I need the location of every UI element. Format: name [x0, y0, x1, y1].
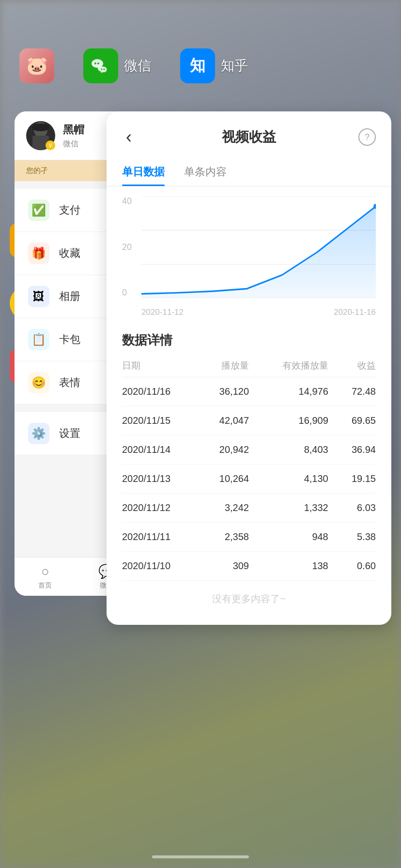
chart-area: 40 20 0 [107, 186, 391, 322]
col-header-valid: 有效播放量 [249, 359, 328, 372]
wallet-icon: 📋 [28, 329, 49, 350]
zhihu-app-icon: 知 [180, 48, 215, 83]
cell-date-2: 2020/11/14 [122, 444, 185, 455]
home-tab-label: 首页 [38, 581, 52, 590]
cell-date-5: 2020/11/11 [122, 531, 185, 542]
cell-earn-4: 6.03 [328, 502, 376, 513]
no-more-text: 没有更多内容了~ [122, 581, 376, 617]
tab-daily[interactable]: 单日数据 [122, 165, 165, 186]
cell-earn-2: 36.94 [328, 444, 376, 455]
cell-earn-5: 5.38 [328, 531, 376, 542]
cell-play-5: 2,358 [185, 531, 249, 542]
app-item-wechat[interactable]: 微信 [83, 48, 151, 83]
album-label: 相册 [59, 289, 80, 304]
table-row: 2020/11/14 20,942 8,403 36.94 [122, 435, 376, 465]
svg-point-3 [101, 69, 103, 70]
table-row: 2020/11/13 10,264 4,130 19.15 [122, 465, 376, 494]
cell-date-3: 2020/11/13 [122, 473, 185, 484]
emoji-icon: 😊 [28, 372, 49, 393]
svg-point-4 [104, 69, 105, 70]
avatar-wrap: V [26, 121, 55, 150]
wechat-app-icon [83, 48, 118, 83]
pig-app-icon: 🐷 [19, 48, 54, 83]
y-label-40: 40 [122, 196, 132, 206]
zhihu-card: ‹ 视频收益 ? 单日数据 单条内容 40 20 0 [107, 111, 391, 625]
cell-play-2: 20,942 [185, 444, 249, 455]
page-title: 视频收益 [222, 128, 276, 146]
pay-icon: ✅ [28, 200, 49, 221]
cell-play-0: 36,120 [185, 386, 249, 397]
svg-point-2 [97, 62, 99, 64]
cell-valid-4: 1,332 [249, 502, 328, 513]
tab-row: 单日数据 单条内容 [107, 155, 391, 186]
cell-play-3: 10,264 [185, 473, 249, 484]
tab-home[interactable]: ○ 首页 [15, 564, 76, 590]
app-item-pig[interactable]: 🐷 [19, 48, 54, 83]
data-section: 数据详情 日期 播放量 有效播放量 收益 2020/11/16 36,120 1… [107, 322, 391, 617]
cell-date-1: 2020/11/15 [122, 415, 185, 426]
cell-earn-6: 0.60 [328, 560, 376, 572]
table-row: 2020/11/12 3,242 1,332 6.03 [122, 494, 376, 523]
cell-date-6: 2020/11/10 [122, 560, 185, 572]
pay-label: 支付 [59, 203, 80, 217]
settings-icon: ⚙️ [28, 423, 49, 444]
vip-badge: V [46, 140, 55, 150]
cell-play-4: 3,242 [185, 502, 249, 513]
x-label-start: 2020-11-12 [141, 308, 184, 317]
chart-x-labels: 2020-11-12 2020-11-16 [141, 308, 376, 317]
wechat-app-label: 微信 [124, 57, 151, 75]
help-button[interactable]: ? [358, 128, 376, 146]
cell-valid-6: 138 [249, 560, 328, 572]
chart-y-labels: 40 20 0 [122, 196, 132, 298]
cell-valid-1: 16,909 [249, 415, 328, 426]
col-header-play: 播放量 [185, 359, 249, 372]
cell-valid-0: 14,976 [249, 386, 328, 397]
cell-date-4: 2020/11/12 [122, 502, 185, 513]
app-item-zhihu[interactable]: 知 知乎 [180, 48, 248, 83]
x-label-end: 2020-11-16 [334, 308, 376, 317]
table-body: 2020/11/16 36,120 14,976 72.48 2020/11/1… [122, 377, 376, 581]
svg-point-7 [32, 124, 49, 131]
table-row: 2020/11/16 36,120 14,976 72.48 [122, 377, 376, 406]
cell-earn-0: 72.48 [328, 386, 376, 397]
emoji-label: 表情 [59, 375, 80, 390]
line-chart [141, 196, 376, 298]
cell-play-6: 309 [185, 560, 249, 572]
y-label-20: 20 [122, 242, 132, 252]
app-switcher-top: 🐷 微信 知 知乎 [0, 48, 401, 83]
col-header-earn: 收益 [328, 359, 376, 372]
table-row: 2020/11/15 42,047 16,909 69.65 [122, 406, 376, 435]
cell-valid-2: 8,403 [249, 444, 328, 455]
zhihu-app-label: 知乎 [221, 57, 248, 75]
favorites-icon: 🎁 [28, 243, 49, 264]
album-icon: 🖼 [28, 286, 49, 307]
chart-svg-container [141, 196, 376, 298]
zhihu-header: ‹ 视频收益 ? [107, 111, 391, 149]
table-row: 2020/11/10 309 138 0.60 [122, 552, 376, 581]
cell-earn-3: 19.15 [328, 473, 376, 484]
tab-single[interactable]: 单条内容 [184, 165, 227, 186]
table-row: 2020/11/11 2,358 948 5.38 [122, 523, 376, 552]
cell-valid-5: 948 [249, 531, 328, 542]
favorites-label: 收藏 [59, 246, 80, 261]
section-title: 数据详情 [122, 322, 376, 355]
back-button[interactable]: ‹ [122, 125, 136, 149]
y-label-0: 0 [122, 288, 132, 298]
settings-label: 设置 [59, 426, 80, 441]
cell-earn-1: 69.65 [328, 415, 376, 426]
wallet-label: 卡包 [59, 332, 80, 347]
cell-play-1: 42,047 [185, 415, 249, 426]
col-header-date: 日期 [122, 359, 185, 372]
cell-date-0: 2020/11/16 [122, 386, 185, 397]
svg-point-1 [94, 62, 96, 64]
table-header: 日期 播放量 有效播放量 收益 [122, 355, 376, 377]
home-icon: ○ [41, 564, 49, 579]
home-indicator [152, 855, 249, 858]
cell-valid-3: 4,130 [249, 473, 328, 484]
